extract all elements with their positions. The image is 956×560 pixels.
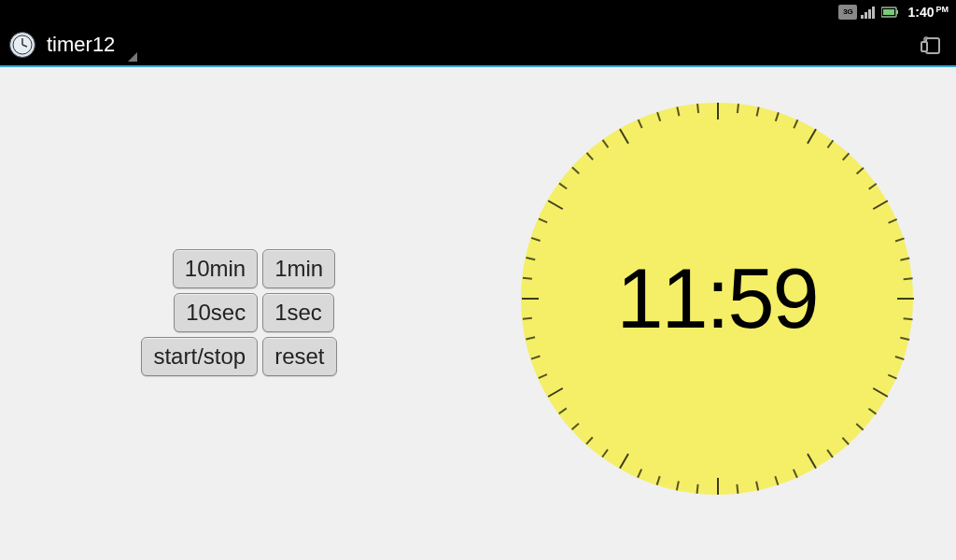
app-title[interactable]: timer12 (47, 33, 115, 57)
controls-panel: 10min 1min 10sec 1sec start/stop reset (0, 67, 478, 558)
content-area: 10min 1min 10sec 1sec start/stop reset 1… (0, 67, 956, 558)
svg-rect-10 (926, 38, 939, 53)
ten-min-button[interactable]: 10min (173, 249, 258, 288)
svg-rect-3 (872, 7, 875, 19)
svg-rect-0 (861, 15, 864, 19)
status-time: 1:40PM (904, 5, 952, 20)
time-display: 11:59 (616, 251, 817, 347)
svg-rect-2 (868, 9, 871, 19)
clock-panel: 11:59 (478, 67, 956, 558)
title-bar: timer12 (0, 24, 956, 67)
svg-rect-5 (883, 9, 894, 15)
one-sec-button[interactable]: 1sec (262, 293, 334, 332)
svg-rect-11 (921, 42, 927, 51)
start-stop-button[interactable]: start/stop (141, 337, 258, 376)
clock-face: 11:59 (521, 103, 913, 495)
battery-icon (881, 6, 900, 19)
lock-rotation-icon[interactable] (919, 33, 947, 57)
svg-rect-6 (896, 10, 898, 14)
one-min-button[interactable]: 1min (262, 249, 335, 288)
svg-rect-1 (865, 12, 867, 19)
button-grid: 10min 1min 10sec 1sec start/stop reset (141, 249, 336, 376)
signal-icon (861, 6, 878, 19)
ten-sec-button[interactable]: 10sec (174, 293, 258, 332)
status-bar: 3G 1:40PM (0, 0, 956, 24)
app-icon (9, 32, 35, 58)
dropdown-indicator-icon[interactable] (119, 43, 137, 62)
network-3g-icon: 3G (838, 5, 857, 20)
reset-button[interactable]: reset (262, 337, 336, 376)
